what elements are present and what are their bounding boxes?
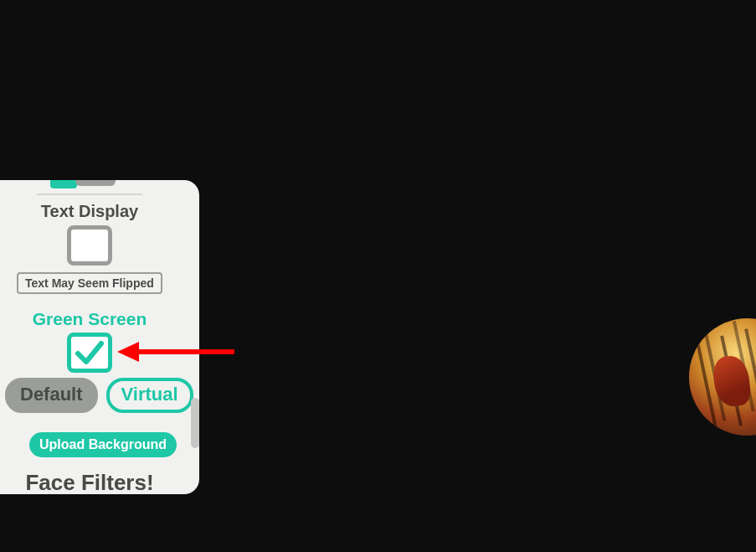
toggle-fragment-gray xyxy=(75,180,116,186)
face-filters-title: Face Filters! xyxy=(0,470,179,494)
green-screen-mode-row: Default Virtual xyxy=(5,378,193,413)
profile-avatar[interactable] xyxy=(689,318,756,436)
checkmark-icon xyxy=(71,337,108,369)
virtual-mode-button[interactable]: Virtual xyxy=(106,378,193,413)
text-flip-note: Text May Seem Flipped xyxy=(17,272,162,294)
toggle-fragment-green xyxy=(50,180,77,188)
text-display-checkbox[interactable] xyxy=(67,225,112,266)
settings-panel: Text Display Text May Seem Flipped Green… xyxy=(0,180,199,494)
previous-toggle-cutoff xyxy=(50,180,116,188)
green-screen-checkbox[interactable] xyxy=(67,333,112,373)
default-mode-button[interactable]: Default xyxy=(5,378,98,413)
section-divider xyxy=(37,193,142,195)
text-display-title: Text Display xyxy=(0,202,179,221)
green-screen-title: Green Screen xyxy=(0,309,179,329)
upload-background-button[interactable]: Upload Background xyxy=(29,432,177,457)
panel-scrollbar-thumb[interactable] xyxy=(191,398,199,448)
